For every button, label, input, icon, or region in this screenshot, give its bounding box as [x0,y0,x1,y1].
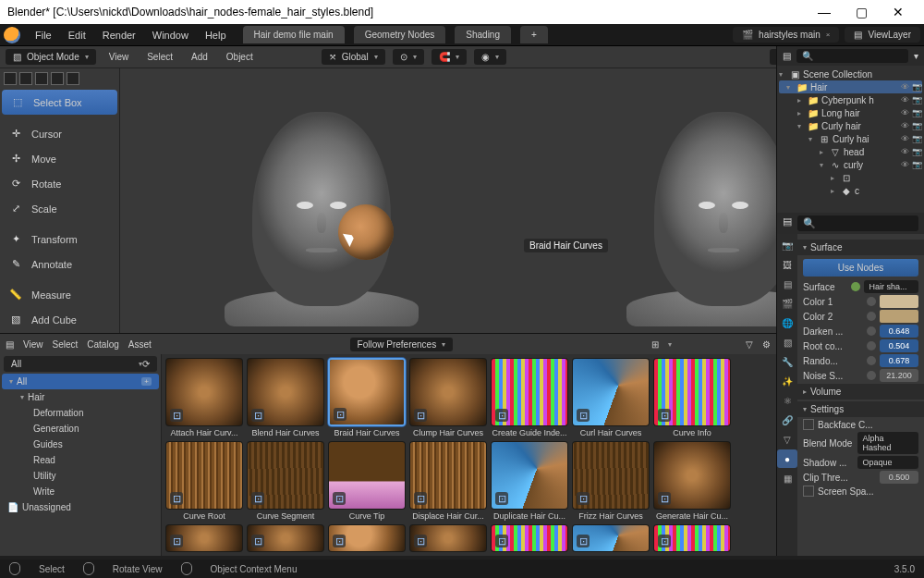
properties-type-icon[interactable]: ▤ [783,215,792,231]
viewlayer-selector[interactable]: ▤ ViewLayer [845,27,920,43]
tab-object-icon[interactable]: ▧ [777,333,797,351]
tab-material-icon[interactable]: ● [777,449,797,468]
asset-item[interactable]: ⊡Curve Segment [247,441,324,521]
tab-viewlayer-icon[interactable]: ▤ [777,275,797,293]
asset-item[interactable]: ⊡Duplicate Hair Cu... [491,441,568,521]
section-settings-header[interactable]: ▾Settings [797,401,924,417]
asset-item[interactable]: ⊡Curve Info [653,358,731,437]
catalog-generation[interactable]: Generation [0,421,161,437]
proportional-edit[interactable]: ◉▾ [474,49,506,65]
catalog-guides[interactable]: Guides [0,437,161,452]
screenspace-checkbox[interactable] [803,486,814,497]
orientation-selector[interactable]: ⤧ Global ▾ [322,49,385,65]
use-nodes-button[interactable]: Use Nodes [803,259,918,277]
settings-gear-icon[interactable]: ⚙ [762,339,771,350]
outliner-node[interactable]: ▸📁Cyberpunk h👁📷 [779,93,922,106]
asset-item[interactable]: ⊡Blend Hair Curves [247,358,324,437]
tab-data-icon[interactable]: ▽ [777,430,797,449]
window-close-button[interactable]: ✕ [880,5,917,19]
shadow-mode-selector[interactable]: Opaque [857,456,919,469]
node-link-icon[interactable] [867,326,876,336]
section-volume-header[interactable]: ▸Volume [797,384,924,400]
mode-selector[interactable]: ▧ Object Mode ▾ [6,49,96,65]
window-maximize-button[interactable]: ▢ [843,5,880,19]
catalog-hair[interactable]: ▾Hair [0,389,161,405]
viewport-menu-add[interactable]: Add [186,50,213,64]
viewport-menu-object[interactable]: Object [221,50,259,64]
tool-select-box[interactable]: ⬚Select Box [2,90,117,115]
pivot-selector[interactable]: ⊙▾ [393,49,424,65]
outliner-node[interactable]: ▸▽head👁📷 [779,145,922,158]
asset-menu-catalog[interactable]: Catalog [87,339,118,350]
tool-add-cube[interactable]: ▧Add Cube [0,307,119,332]
render-visibility-icon[interactable]: 📷 [912,82,922,92]
window-minimize-button[interactable]: — [806,5,843,19]
outliner-type-icon[interactable]: ▤ [783,51,791,61]
workspace-tab-shading[interactable]: Shading [455,26,511,43]
tab-scene-icon[interactable]: 🎬 [777,294,797,313]
visibility-icon[interactable]: 👁 [901,160,909,169]
asset-item[interactable]: ⊡Clump Hair Curves [409,358,487,437]
tab-modifier-icon[interactable]: 🔧 [777,352,797,371]
asset-item[interactable]: ⊡ [165,524,243,552]
visibility-icon[interactable]: 👁 [901,147,909,156]
tool-measure[interactable]: 📏Measure [0,282,119,307]
render-visibility-icon[interactable]: 📷 [912,160,922,169]
tab-constraints-icon[interactable]: 🔗 [777,411,797,429]
outliner-root[interactable]: ▾▣ Scene Collection [779,68,922,80]
catalog-deformation[interactable]: Deformation [0,405,161,421]
menu-render[interactable]: Render [95,27,143,43]
tool-cursor[interactable]: ✛Cursor [0,121,119,146]
asset-item[interactable]: ⊡ [491,524,568,552]
menu-edit[interactable]: Edit [61,27,93,43]
select-mode-icon[interactable] [4,72,17,85]
catalog-unassigned[interactable]: 📄Unassigned [0,499,161,515]
tab-output-icon[interactable]: 🖼 [777,255,797,274]
asset-item[interactable]: ⊡Curve Tip [328,441,406,521]
backface-checkbox[interactable] [803,419,814,430]
outliner-node[interactable]: ▾⊞Curly hai👁📷 [779,132,922,145]
outliner-node[interactable]: ▸📁Long hair👁📷 [779,106,922,119]
asset-item[interactable]: ⊡Braid Hair Curves [328,358,406,437]
model-long-hair[interactable]: Braid Hair Curves Long hair [120,68,522,355]
outliner-search-input[interactable]: 🔍 [796,49,908,63]
tab-render-icon[interactable]: 📷 [777,236,797,254]
asset-item[interactable]: ⊡Curl Hair Curves [572,358,650,437]
outliner-node[interactable]: ▾∿curly👁📷 [779,158,922,171]
visibility-icon[interactable]: 👁 [901,108,909,117]
render-visibility-icon[interactable]: 📷 [912,108,922,117]
select-mode-icon[interactable] [67,72,79,85]
asset-item[interactable]: ⊡ [409,524,487,552]
asset-item[interactable]: ⊡Curve Root [165,441,243,521]
refresh-icon[interactable]: ⟳ [142,359,150,369]
display-grid-icon[interactable]: ⊞ [651,339,659,350]
asset-item[interactable]: ⊡Attach Hair Curv... [165,358,243,437]
tab-texture-icon[interactable]: ▦ [777,469,797,487]
asset-item[interactable]: ⊡Displace Hair Cur... [409,441,487,521]
menu-file[interactable]: File [28,27,59,43]
node-link-icon[interactable] [867,312,876,321]
numeric-field[interactable]: 0.504 [880,339,918,352]
color-field[interactable] [880,310,918,323]
clip-threshold-field[interactable]: 0.500 [880,471,918,484]
numeric-field[interactable]: 0.678 [880,354,918,367]
catalog-write[interactable]: Write [0,484,161,499]
viewport-menu-view[interactable]: View [103,50,135,64]
asset-item[interactable]: ⊡Frizz Hair Curves [572,441,650,521]
workspace-tab-hair-demo[interactable]: Hair demo file main [243,26,345,43]
visibility-icon[interactable]: 👁 [901,121,909,130]
asset-menu-asset[interactable]: Asset [128,339,152,350]
filter-icon[interactable]: ▽ [746,339,753,350]
asset-menu-view[interactable]: View [23,339,43,350]
menu-window[interactable]: Window [145,27,196,43]
asset-item[interactable]: ⊡ [247,524,324,552]
outliner-node[interactable]: ▸◆c [779,184,922,197]
render-visibility-icon[interactable]: 📷 [912,134,922,143]
viewport-menu-select[interactable]: Select [141,50,178,64]
tool-rotate[interactable]: ⟳Rotate [0,171,119,196]
outliner-node[interactable]: ▾📁Curly hair👁📷 [779,119,922,132]
workspace-tab-geometry-nodes[interactable]: Geometry Nodes [354,26,446,43]
node-link-icon[interactable] [867,297,876,306]
select-mode-icon[interactable] [35,72,48,85]
node-link-icon[interactable] [867,356,876,365]
